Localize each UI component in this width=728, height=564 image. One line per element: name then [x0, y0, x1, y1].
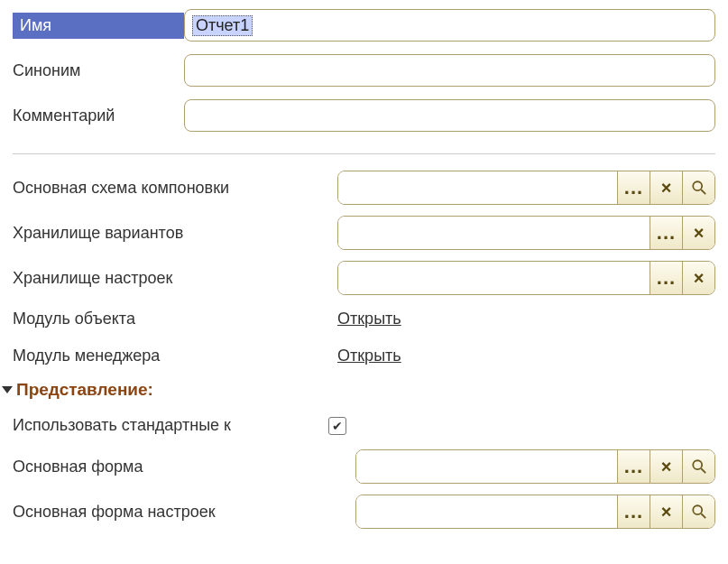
main-settings-form-input[interactable] — [356, 495, 617, 528]
comment-input[interactable] — [184, 99, 715, 132]
magnifier-icon — [691, 458, 707, 475]
divider — [13, 153, 715, 154]
svg-point-4 — [693, 505, 702, 514]
search-button[interactable] — [682, 495, 714, 528]
presentation-section-header[interactable]: Представление: — [2, 380, 715, 400]
settings-store-input[interactable] — [338, 262, 650, 294]
main-form-label: Основная форма — [13, 454, 355, 480]
clear-button[interactable]: × — [682, 217, 714, 249]
name-label: Имя — [13, 13, 184, 39]
main-layout-input[interactable] — [338, 171, 617, 204]
presentation-header-text: Представление: — [16, 380, 153, 400]
main-settings-form-combo[interactable]: ... × — [355, 495, 715, 529]
main-form-combo[interactable]: ... × — [355, 449, 715, 484]
magnifier-icon — [691, 504, 707, 520]
main-settings-form-label: Основная форма настроек — [13, 499, 355, 525]
synonym-input[interactable] — [184, 54, 715, 87]
variants-store-label: Хранилище вариантов — [13, 220, 337, 246]
svg-point-0 — [693, 181, 702, 190]
object-module-label: Модуль объекта — [13, 306, 337, 332]
svg-line-5 — [701, 513, 705, 518]
synonym-label: Синоним — [13, 58, 184, 84]
name-value: Отчет1 — [192, 15, 253, 36]
object-module-open-link[interactable]: Открыть — [337, 310, 401, 328]
select-button[interactable]: ... — [617, 495, 650, 528]
use-std-commands-checkbox[interactable] — [328, 417, 346, 435]
clear-button[interactable]: × — [650, 495, 682, 528]
magnifier-icon — [691, 180, 707, 196]
svg-point-2 — [693, 460, 702, 469]
main-layout-combo[interactable]: ... × — [337, 171, 715, 205]
search-button[interactable] — [682, 450, 714, 483]
variants-store-input[interactable] — [338, 217, 650, 249]
main-form-input[interactable] — [356, 450, 617, 483]
svg-line-3 — [701, 468, 705, 473]
variants-store-combo[interactable]: ... × — [337, 216, 715, 250]
select-button[interactable]: ... — [617, 171, 650, 204]
select-button[interactable]: ... — [617, 450, 650, 483]
select-button[interactable]: ... — [650, 217, 682, 249]
settings-store-combo[interactable]: ... × — [337, 261, 715, 295]
manager-module-open-link[interactable]: Открыть — [337, 347, 401, 365]
svg-line-1 — [701, 190, 705, 194]
clear-button[interactable]: × — [650, 171, 682, 204]
clear-button[interactable]: × — [650, 450, 682, 483]
manager-module-label: Модуль менеджера — [13, 343, 337, 369]
collapse-icon — [2, 386, 13, 393]
clear-button[interactable]: × — [682, 262, 714, 294]
use-std-commands-label: Использовать стандартные к — [13, 412, 328, 439]
settings-store-label: Хранилище настроек — [13, 265, 337, 291]
comment-label: Комментарий — [13, 103, 184, 129]
select-button[interactable]: ... — [650, 262, 682, 294]
name-input[interactable]: Отчет1 — [184, 9, 715, 42]
main-layout-label: Основная схема компоновки — [13, 175, 337, 201]
search-button[interactable] — [682, 171, 714, 204]
